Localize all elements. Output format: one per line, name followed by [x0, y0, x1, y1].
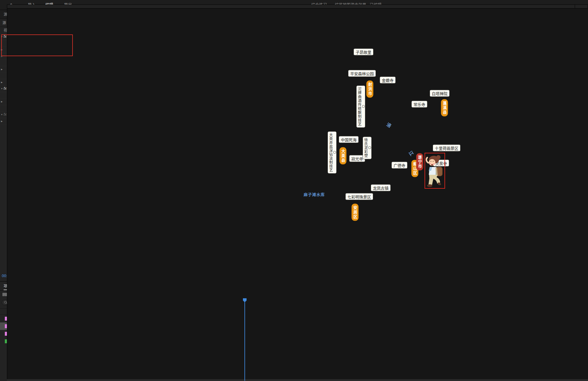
search-icon — [4, 301, 7, 303]
expand-icon[interactable]: ▶ — [0, 66, 4, 73]
annotation-rectangle-map — [425, 153, 445, 189]
premiere-window: ⌂ 导入 编辑 导出 综合练习——综艺地图游走效果 - 已编辑 源:（无剪辑） … — [0, 0, 588, 381]
map-vlabel-xushi: 徐氏泥彩塑 — [363, 137, 372, 159]
map-label-pingan: 平安森林公园 — [348, 70, 376, 77]
map-label-shili: 十里荷画景区 — [433, 145, 460, 152]
collapse-icon[interactable]: ▼ — [0, 111, 4, 118]
collapse-icon[interactable]: ▼ — [0, 85, 4, 92]
map-pill-shehong: 射洪市 — [367, 81, 373, 98]
expand-icon[interactable]: ▶ — [0, 118, 4, 125]
poi-icon — [333, 151, 336, 154]
map-label-sihai: 中国死海 — [339, 136, 359, 143]
secondary-panel-body — [7, 8, 588, 379]
map-pill-suining: 遂宁市 — [416, 153, 423, 171]
poi-icon — [362, 105, 365, 108]
map-vlabel-dayingjing: 大英井盐深钻汲制技艺 — [328, 131, 337, 174]
map-label-ziang: 子昂故里 — [354, 49, 373, 56]
annotation-rectangle-ecp — [1, 34, 73, 56]
map-pill-anju: 安居区 — [352, 204, 359, 221]
expand-icon[interactable]: ▶ — [0, 98, 4, 105]
timeline-playhead-line[interactable] — [244, 300, 245, 381]
map-label-baita: 白塔禅院 — [430, 90, 450, 97]
poi-icon — [368, 146, 371, 149]
map-label-qicai: 七彩明珠景区 — [345, 193, 373, 200]
expand-icon[interactable]: ▶ — [0, 79, 4, 86]
map-pill-daying: 大英县 — [340, 147, 347, 165]
secondary-panel-footer — [7, 379, 588, 381]
map-label-jinchan: 金蟾寺 — [380, 77, 396, 84]
map-vlabel-tuopai: 沱牌曲酒传统酿制技艺 — [356, 85, 365, 128]
map-label-mazitan: 麻子滩水库 — [304, 191, 325, 197]
secondary-panel-header — [7, 5, 588, 8]
map-label-guangde: 广德寺 — [391, 162, 407, 169]
map-pill-pengxi: 蓬溪县 — [441, 99, 448, 117]
map-label-longfeng: 龙凤古镇 — [371, 184, 391, 191]
folder-up-icon[interactable] — [2, 293, 7, 296]
map-label-changle: 常乐寺 — [411, 101, 427, 108]
